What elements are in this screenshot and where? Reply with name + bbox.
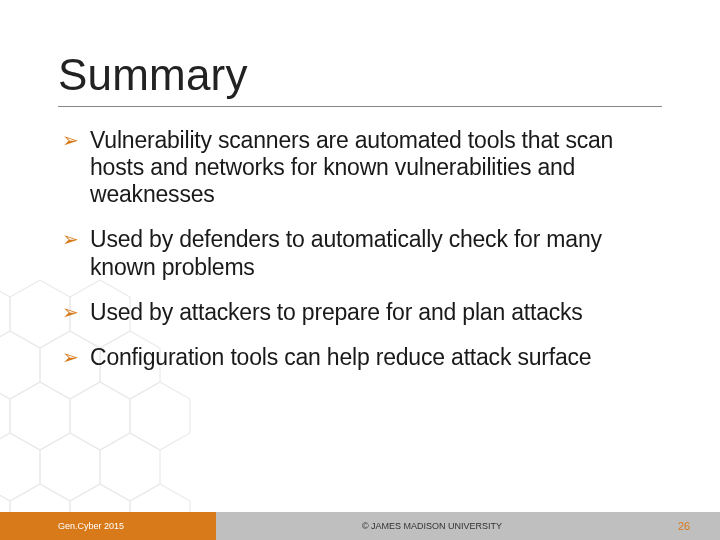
slide: Summary Vulnerability scanners are autom… [0, 0, 720, 540]
bullet-item: Used by attackers to prepare for and pla… [62, 299, 662, 326]
slide-title: Summary [58, 50, 662, 100]
svg-marker-7 [10, 382, 70, 450]
bullet-list: Vulnerability scanners are automated too… [58, 127, 662, 371]
page-number: 26 [648, 512, 720, 540]
svg-marker-12 [100, 433, 160, 501]
bullet-item: Configuration tools can help reduce atta… [62, 344, 662, 371]
svg-marker-11 [40, 433, 100, 501]
title-container: Summary [58, 50, 662, 107]
footer: Gen.Cyber 2015 © JAMES MADISON UNIVERSIT… [0, 512, 720, 540]
footer-copyright: © JAMES MADISON UNIVERSITY [216, 512, 648, 540]
svg-marker-10 [0, 433, 40, 501]
svg-marker-3 [0, 331, 40, 399]
footer-left-label: Gen.Cyber 2015 [0, 512, 216, 540]
svg-marker-9 [130, 382, 190, 450]
bullet-item: Used by defenders to automatically check… [62, 226, 662, 280]
svg-marker-8 [70, 382, 130, 450]
svg-marker-0 [0, 280, 10, 348]
bullet-item: Vulnerability scanners are automated too… [62, 127, 662, 208]
svg-marker-6 [0, 382, 10, 450]
